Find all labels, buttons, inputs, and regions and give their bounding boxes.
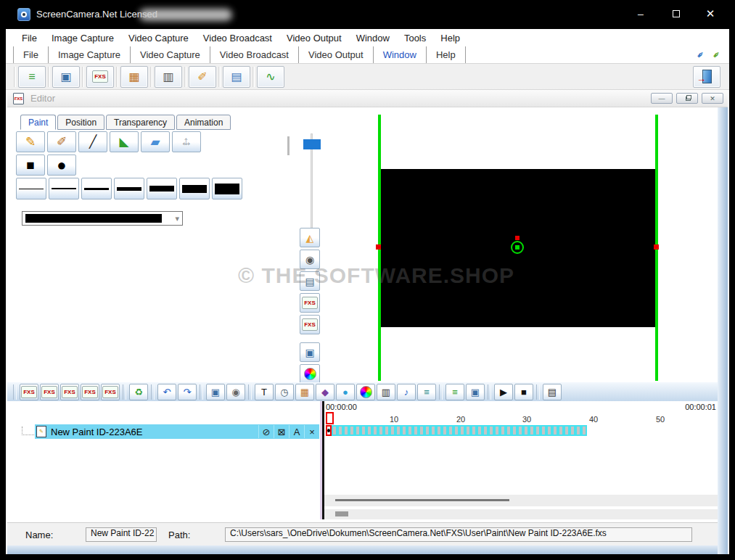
frame-cell[interactable] xyxy=(546,425,552,436)
menu-video-broadcast[interactable]: Video Broadcast xyxy=(196,33,279,44)
tab-image-capture[interactable]: Image Capture xyxy=(49,46,131,63)
editor-close-button[interactable]: ✕ xyxy=(702,93,723,104)
music-button[interactable]: ♪ xyxy=(397,384,416,400)
panel-scrollbar[interactable] xyxy=(287,136,290,155)
clock-tool-button[interactable]: ◷ xyxy=(275,384,294,400)
rectangle-shape-tool[interactable]: ■ xyxy=(16,155,45,176)
delete-track-button[interactable]: × xyxy=(304,425,319,438)
frame-cell[interactable] xyxy=(512,425,517,436)
frame-cell[interactable] xyxy=(483,425,488,436)
minimize-button[interactable]: – xyxy=(628,0,653,28)
frame-cell[interactable] xyxy=(419,425,424,436)
exit-button[interactable]: → xyxy=(693,66,720,88)
name-field[interactable]: New Paint ID-22 xyxy=(86,527,157,542)
fxs-save-button[interactable]: FXS xyxy=(300,293,320,313)
frame-cell[interactable] xyxy=(465,425,471,436)
fxs-insert-button[interactable]: FXS xyxy=(40,384,59,400)
frame-cell[interactable] xyxy=(361,425,366,436)
frame-cell[interactable] xyxy=(355,425,361,436)
timeline-zoombar[interactable] xyxy=(324,509,718,519)
editor-tab-transparency[interactable]: Transparency xyxy=(106,115,175,130)
tools-button[interactable]: ✐ xyxy=(189,66,216,88)
path-field[interactable]: C:\Users\sars_\OneDrive\Dokumen\ScreenCa… xyxy=(225,527,692,542)
line-width-8px[interactable] xyxy=(147,178,177,199)
fxs-save-as-button[interactable]: FXS xyxy=(300,315,320,334)
shapes-3d-button[interactable]: ◆ xyxy=(316,384,334,400)
tab-file[interactable]: File xyxy=(13,46,49,63)
set-square-tool[interactable]: ◭ xyxy=(300,228,320,247)
fxs-open-button[interactable]: FXS xyxy=(60,384,79,400)
editor-tab-paint[interactable]: Paint xyxy=(20,115,56,130)
tab-window[interactable]: Window xyxy=(374,46,427,63)
sequence-button[interactable]: ≡ xyxy=(417,384,436,400)
keyframe-cell[interactable] xyxy=(326,425,332,436)
editor-tab-animation[interactable]: Animation xyxy=(176,115,231,130)
fxs-new-button[interactable]: FXS xyxy=(20,384,38,400)
frame-cell[interactable] xyxy=(581,425,587,436)
brush-tool[interactable]: ✐ xyxy=(47,131,76,152)
frame-cell[interactable] xyxy=(413,425,419,436)
frame-cell[interactable] xyxy=(337,425,343,436)
frame-cell[interactable] xyxy=(384,425,390,436)
redo-button[interactable]: ↷ xyxy=(178,384,197,400)
menu-tools[interactable]: Tools xyxy=(397,33,433,44)
move-tool[interactable]: ↔↕ xyxy=(172,131,201,152)
frame-cell[interactable] xyxy=(349,425,355,436)
lock-toggle[interactable]: ⊠ xyxy=(274,425,289,438)
line-width-3px[interactable] xyxy=(81,178,112,199)
fill-bucket-tool[interactable]: ◣ xyxy=(110,131,139,152)
frame-strip[interactable] xyxy=(326,425,718,439)
frame-cell[interactable] xyxy=(453,425,459,436)
frame-cell[interactable] xyxy=(459,425,465,436)
frame-cell[interactable] xyxy=(500,425,506,436)
webcam-source-button[interactable]: ◉ xyxy=(226,384,245,400)
stop-button[interactable]: ■ xyxy=(514,384,533,400)
editor-tab-position[interactable]: Position xyxy=(57,115,104,130)
frame-cell[interactable] xyxy=(488,425,494,436)
text-tool-button[interactable]: T xyxy=(255,384,274,400)
editor-minimize-button[interactable]: — xyxy=(651,93,673,104)
frame-cell[interactable] xyxy=(564,425,570,436)
frame-cell[interactable] xyxy=(477,425,483,436)
filmstrip-render-button[interactable]: ▤ xyxy=(543,384,562,400)
video-clip-button[interactable]: ▥ xyxy=(377,384,395,400)
timeline-zoombar-thumb[interactable] xyxy=(335,511,348,516)
line-width-15px[interactable] xyxy=(212,178,242,199)
ellipse-shape-tool[interactable]: ● xyxy=(47,155,76,176)
playhead[interactable] xyxy=(326,412,334,424)
menu-window[interactable]: Window xyxy=(349,33,397,44)
frame-cell[interactable] xyxy=(552,425,558,436)
screen-source-button[interactable]: ▣ xyxy=(206,384,225,400)
track-row[interactable]: ✎ New Paint ID-223A6E ⊘⊠A× xyxy=(35,424,319,439)
play-button[interactable]: ▶ xyxy=(494,384,513,400)
frame-cell[interactable] xyxy=(471,425,477,436)
eraser-tool[interactable]: ▰ xyxy=(141,131,170,152)
menu-video-capture[interactable]: Video Capture xyxy=(121,33,196,44)
frame-cell[interactable] xyxy=(535,425,541,436)
performance-monitor-button[interactable]: ∿ xyxy=(257,66,284,88)
screen-capture-button[interactable]: ▣ xyxy=(52,66,80,88)
tab-video-capture[interactable]: Video Capture xyxy=(131,46,210,63)
menu-help[interactable]: Help xyxy=(433,33,467,44)
line-width-11px[interactable] xyxy=(179,178,210,199)
frame-cell[interactable] xyxy=(506,425,512,436)
palette-button[interactable] xyxy=(356,384,375,400)
frame-cell[interactable] xyxy=(494,425,500,436)
line-width-5px[interactable] xyxy=(114,178,144,199)
tab-video-broadcast[interactable]: Video Broadcast xyxy=(210,46,299,63)
tab-help[interactable]: Help xyxy=(427,46,466,63)
undo-button[interactable]: ↶ xyxy=(157,384,176,400)
frame-cell[interactable] xyxy=(436,425,442,436)
screen-camera-button[interactable]: ▣ xyxy=(300,342,320,362)
maximize-button[interactable] xyxy=(664,0,689,28)
frame-cell[interactable] xyxy=(343,425,349,436)
image-capture-button[interactable]: ▦ xyxy=(120,66,148,88)
center-marker-handle[interactable] xyxy=(515,236,520,240)
frame-cell[interactable] xyxy=(401,425,407,436)
visibility-toggle[interactable]: ⊘ xyxy=(258,425,274,438)
sources-stack-button[interactable]: ≡ xyxy=(18,66,46,88)
rename-action[interactable]: A xyxy=(289,425,304,438)
pin-green-icon[interactable]: ✒ xyxy=(707,45,726,65)
sources-stack-button[interactable]: ≡ xyxy=(445,384,464,400)
editor-restore-button[interactable] xyxy=(676,93,698,104)
